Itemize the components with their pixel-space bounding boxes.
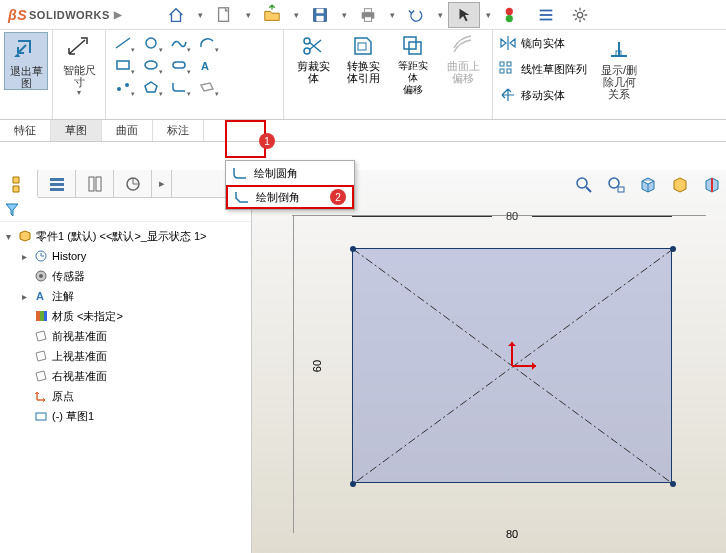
vertex[interactable] bbox=[350, 481, 356, 487]
app-menu-arrow[interactable]: ▶ bbox=[114, 9, 123, 20]
slot-tool[interactable] bbox=[166, 54, 192, 76]
title-bar: βS SOLIDWORKS ▶ ▾ ▾ ▾ ▾ ▾ ▾ ▾ bbox=[0, 0, 726, 30]
tree-sensors[interactable]: 传感器 bbox=[2, 266, 249, 286]
zoom-fit-button[interactable] bbox=[570, 172, 598, 198]
plane-icon bbox=[33, 328, 49, 344]
dimension-width[interactable]: 80 bbox=[352, 210, 672, 222]
svg-rect-44 bbox=[44, 311, 47, 321]
dropdown-arrow[interactable]: ▾ bbox=[290, 2, 302, 28]
tree-annotations[interactable]: ▸A注解 bbox=[2, 286, 249, 306]
offset-button[interactable]: 等距实 体 偏移 bbox=[388, 32, 438, 117]
workspace: ▸ ▾ 零件1 (默认) <<默认>_显示状态 1> ▸History 传感器 … bbox=[0, 170, 726, 553]
line-tool[interactable] bbox=[110, 32, 136, 54]
tree-top-plane[interactable]: 上视基准面 bbox=[2, 346, 249, 366]
tree-history[interactable]: ▸History bbox=[2, 246, 249, 266]
point-tool[interactable] bbox=[110, 76, 136, 98]
rectangle-tool[interactable] bbox=[110, 54, 136, 76]
smart-dimension-label: 智能尺 寸 bbox=[63, 64, 96, 88]
display-style-button[interactable] bbox=[666, 172, 694, 198]
fillet-tool[interactable] bbox=[166, 76, 192, 98]
select-button[interactable] bbox=[448, 2, 480, 28]
relations-group: 显示/删 除几何 关系 bbox=[593, 30, 645, 119]
show-relations-button[interactable]: 显示/删 除几何 关系 bbox=[597, 32, 641, 100]
vertex[interactable] bbox=[670, 246, 676, 252]
dropdown-arrow[interactable]: ▾ bbox=[482, 2, 494, 28]
smart-dimension-button[interactable]: 智能尺 寸 bbox=[57, 32, 101, 88]
sketch-fillet-item[interactable]: 绘制圆角 bbox=[226, 161, 354, 185]
trim-button[interactable]: 剪裁实 体 bbox=[288, 32, 338, 117]
settings-button[interactable] bbox=[564, 2, 596, 28]
svg-rect-25 bbox=[404, 37, 416, 49]
dimxpert-tab[interactable] bbox=[114, 170, 152, 197]
app-name: SOLIDWORKS bbox=[29, 9, 110, 21]
tab-features[interactable]: 特征 bbox=[0, 120, 51, 141]
svg-rect-15 bbox=[117, 61, 129, 69]
vertex[interactable] bbox=[350, 246, 356, 252]
move-icon bbox=[499, 87, 517, 103]
dropdown-arrow[interactable]: ▾ bbox=[386, 2, 398, 28]
perpendicular-icon bbox=[605, 34, 633, 62]
options-list-button[interactable] bbox=[530, 2, 562, 28]
svg-rect-34 bbox=[50, 188, 64, 191]
tab-sketch[interactable]: 草图 bbox=[51, 120, 102, 141]
rebuild-button[interactable] bbox=[496, 2, 528, 28]
spline-tool[interactable] bbox=[166, 32, 192, 54]
collapse-icon[interactable]: ▾ bbox=[2, 231, 14, 242]
new-button[interactable] bbox=[208, 2, 240, 28]
convert-button[interactable]: 转换实 体引用 bbox=[338, 32, 388, 117]
funnel-icon[interactable] bbox=[4, 202, 20, 218]
command-manager-tabs: 特征 草图 曲面 标注 bbox=[0, 120, 726, 142]
sketch-chamfer-item[interactable]: 绘制倒角 2 bbox=[226, 185, 354, 209]
fillet-dropdown-menu: 绘制圆角 绘制倒角 2 bbox=[225, 160, 355, 210]
rectangle-entity[interactable] bbox=[352, 248, 672, 483]
open-button[interactable] bbox=[256, 2, 288, 28]
dropdown-arrow[interactable]: ▾ bbox=[434, 2, 446, 28]
mirror-icon bbox=[499, 35, 517, 51]
dropdown-arrow[interactable]: ▾ bbox=[242, 2, 254, 28]
svg-point-40 bbox=[39, 274, 43, 278]
pattern-icon bbox=[499, 61, 517, 77]
tree-sketch1[interactable]: (-) 草图1 bbox=[2, 406, 249, 426]
tree-root[interactable]: ▾ 零件1 (默认) <<默认>_显示状态 1> bbox=[2, 226, 249, 246]
exit-sketch-button[interactable]: 退出草 图 bbox=[4, 32, 48, 90]
plane-tool[interactable] bbox=[194, 76, 220, 98]
undo-button[interactable] bbox=[400, 2, 432, 28]
save-button[interactable] bbox=[304, 2, 336, 28]
tree-right-plane[interactable]: 右视基准面 bbox=[2, 366, 249, 386]
tab-surface[interactable]: 曲面 bbox=[102, 120, 153, 141]
quick-access-toolbar: ▾ ▾ ▾ ▾ ▾ ▾ ▾ bbox=[160, 2, 596, 28]
feature-tree-tab[interactable] bbox=[0, 170, 38, 198]
home-button[interactable] bbox=[160, 2, 192, 28]
dimension-width-bottom[interactable]: 80 bbox=[352, 528, 672, 540]
svg-rect-32 bbox=[50, 178, 64, 181]
vertex[interactable] bbox=[670, 481, 676, 487]
tab-annotate[interactable]: 标注 bbox=[153, 120, 204, 141]
dropdown-arrow[interactable]: ▾ bbox=[194, 2, 206, 28]
dimension-height[interactable]: 60 bbox=[310, 248, 324, 483]
dropdown-arrow[interactable]: ▾ bbox=[338, 2, 350, 28]
tree-origin[interactable]: 原点 bbox=[2, 386, 249, 406]
mirror-button[interactable]: 镜向实体 bbox=[499, 32, 587, 54]
annotation-icon: A bbox=[33, 288, 49, 304]
config-tab[interactable] bbox=[76, 170, 114, 197]
zoom-area-button[interactable] bbox=[602, 172, 630, 198]
pattern-button[interactable]: 线性草图阵列 bbox=[499, 58, 587, 80]
tree-material[interactable]: 材质 <未指定> bbox=[2, 306, 249, 326]
text-tool[interactable]: A bbox=[194, 54, 220, 76]
polygon-tool[interactable] bbox=[138, 76, 164, 98]
section-view-button[interactable] bbox=[698, 172, 726, 198]
plane-icon bbox=[33, 368, 49, 384]
move-button[interactable]: 移动实体 bbox=[499, 84, 587, 106]
svg-rect-0 bbox=[219, 7, 229, 20]
arc-tool[interactable] bbox=[194, 32, 220, 54]
print-button[interactable] bbox=[352, 2, 384, 28]
property-tab[interactable] bbox=[38, 170, 76, 197]
view-orient-button[interactable] bbox=[634, 172, 662, 198]
more-tab[interactable]: ▸ bbox=[152, 170, 172, 197]
tree-front-plane[interactable]: 前视基准面 bbox=[2, 326, 249, 346]
graphics-area[interactable]: 80 60 80 bbox=[252, 170, 726, 553]
svg-point-7 bbox=[506, 7, 513, 14]
svg-rect-26 bbox=[409, 42, 421, 54]
ellipse-tool[interactable] bbox=[138, 54, 164, 76]
circle-tool[interactable] bbox=[138, 32, 164, 54]
